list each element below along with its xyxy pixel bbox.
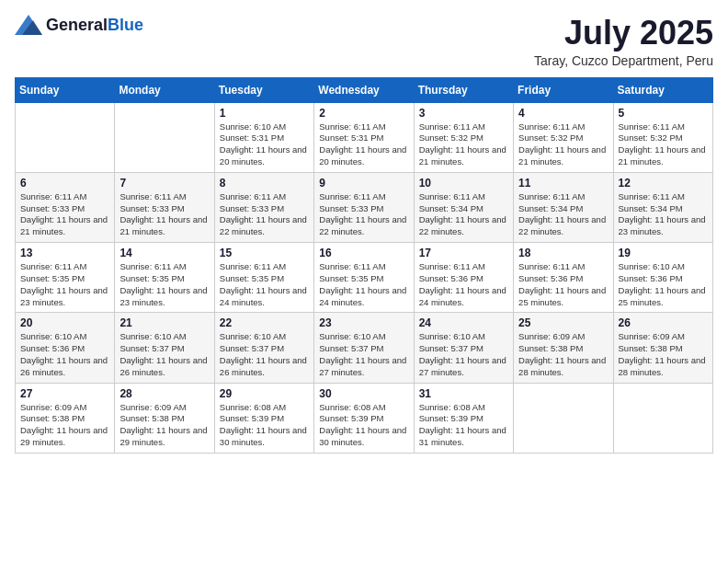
day-number: 9 (319, 177, 408, 190)
calendar-cell: 1Sunrise: 6:10 AM Sunset: 5:31 PM Daylig… (214, 102, 313, 172)
day-number: 20 (20, 316, 109, 329)
day-number: 22 (220, 316, 309, 329)
day-info: Sunrise: 6:10 AM Sunset: 5:37 PM Dayligh… (119, 331, 209, 378)
logo: GeneralBlue (15, 15, 143, 35)
day-info: Sunrise: 6:09 AM Sunset: 5:38 PM Dayligh… (619, 331, 708, 378)
calendar-cell (613, 383, 712, 453)
calendar-cell: 11Sunrise: 6:11 AM Sunset: 5:34 PM Dayli… (514, 172, 613, 242)
day-info: Sunrise: 6:09 AM Sunset: 5:38 PM Dayligh… (518, 331, 608, 378)
calendar-cell: 25Sunrise: 6:09 AM Sunset: 5:38 PM Dayli… (514, 313, 613, 383)
calendar-cell: 28Sunrise: 6:09 AM Sunset: 5:38 PM Dayli… (115, 383, 214, 453)
day-info: Sunrise: 6:11 AM Sunset: 5:33 PM Dayligh… (220, 191, 309, 238)
calendar-cell: 9Sunrise: 6:11 AM Sunset: 5:33 PM Daylig… (314, 172, 414, 242)
day-info: Sunrise: 6:10 AM Sunset: 5:37 PM Dayligh… (220, 331, 309, 378)
calendar-cell: 12Sunrise: 6:11 AM Sunset: 5:34 PM Dayli… (613, 172, 712, 242)
day-number: 6 (20, 177, 109, 190)
day-info: Sunrise: 6:11 AM Sunset: 5:34 PM Dayligh… (419, 191, 508, 238)
day-info: Sunrise: 6:11 AM Sunset: 5:34 PM Dayligh… (619, 191, 708, 238)
calendar-cell: 13Sunrise: 6:11 AM Sunset: 5:35 PM Dayli… (16, 243, 115, 313)
day-info: Sunrise: 6:10 AM Sunset: 5:36 PM Dayligh… (619, 261, 708, 308)
weekday-header-wednesday: Wednesday (314, 77, 414, 102)
week-row-2: 6Sunrise: 6:11 AM Sunset: 5:33 PM Daylig… (16, 172, 713, 242)
day-number: 5 (619, 107, 708, 120)
day-number: 13 (20, 247, 109, 259)
day-info: Sunrise: 6:11 AM Sunset: 5:32 PM Dayligh… (619, 121, 708, 168)
calendar-cell: 7Sunrise: 6:11 AM Sunset: 5:33 PM Daylig… (115, 172, 214, 242)
calendar-cell: 18Sunrise: 6:11 AM Sunset: 5:36 PM Dayli… (514, 243, 613, 313)
day-info: Sunrise: 6:11 AM Sunset: 5:35 PM Dayligh… (119, 261, 209, 308)
calendar-cell: 10Sunrise: 6:11 AM Sunset: 5:34 PM Dayli… (414, 172, 513, 242)
calendar-cell (514, 383, 613, 453)
weekday-header-friday: Friday (514, 77, 613, 102)
day-info: Sunrise: 6:11 AM Sunset: 5:33 PM Dayligh… (319, 191, 408, 238)
calendar-cell (115, 102, 214, 172)
weekday-header-tuesday: Tuesday (214, 77, 313, 102)
day-info: Sunrise: 6:09 AM Sunset: 5:38 PM Dayligh… (119, 402, 209, 449)
day-number: 11 (518, 177, 608, 190)
day-info: Sunrise: 6:11 AM Sunset: 5:31 PM Dayligh… (319, 121, 408, 168)
day-number: 16 (319, 247, 408, 259)
calendar-cell: 3Sunrise: 6:11 AM Sunset: 5:32 PM Daylig… (414, 102, 513, 172)
day-info: Sunrise: 6:10 AM Sunset: 5:37 PM Dayligh… (419, 331, 508, 378)
calendar-cell: 5Sunrise: 6:11 AM Sunset: 5:32 PM Daylig… (613, 102, 712, 172)
calendar-cell: 14Sunrise: 6:11 AM Sunset: 5:35 PM Dayli… (115, 243, 214, 313)
weekday-header-thursday: Thursday (414, 77, 513, 102)
day-info: Sunrise: 6:11 AM Sunset: 5:35 PM Dayligh… (220, 261, 309, 308)
day-info: Sunrise: 6:11 AM Sunset: 5:32 PM Dayligh… (419, 121, 508, 168)
calendar-cell: 27Sunrise: 6:09 AM Sunset: 5:38 PM Dayli… (16, 383, 115, 453)
day-info: Sunrise: 6:11 AM Sunset: 5:33 PM Dayligh… (20, 191, 109, 238)
calendar-cell: 29Sunrise: 6:08 AM Sunset: 5:39 PM Dayli… (214, 383, 313, 453)
calendar-cell: 17Sunrise: 6:11 AM Sunset: 5:36 PM Dayli… (414, 243, 513, 313)
calendar-cell: 15Sunrise: 6:11 AM Sunset: 5:35 PM Dayli… (214, 243, 313, 313)
calendar-cell: 22Sunrise: 6:10 AM Sunset: 5:37 PM Dayli… (214, 313, 313, 383)
day-number: 4 (518, 107, 608, 120)
month-title: July 2025 (534, 15, 713, 52)
weekday-header-saturday: Saturday (613, 77, 712, 102)
day-number: 29 (220, 387, 309, 400)
day-number: 23 (319, 316, 408, 329)
calendar-cell: 31Sunrise: 6:08 AM Sunset: 5:39 PM Dayli… (414, 383, 513, 453)
calendar-cell: 30Sunrise: 6:08 AM Sunset: 5:39 PM Dayli… (314, 383, 414, 453)
calendar-cell: 19Sunrise: 6:10 AM Sunset: 5:36 PM Dayli… (613, 243, 712, 313)
day-number: 19 (619, 247, 708, 259)
day-number: 31 (419, 387, 508, 400)
day-info: Sunrise: 6:11 AM Sunset: 5:34 PM Dayligh… (518, 191, 608, 238)
day-info: Sunrise: 6:11 AM Sunset: 5:35 PM Dayligh… (20, 261, 109, 308)
day-info: Sunrise: 6:11 AM Sunset: 5:32 PM Dayligh… (518, 121, 608, 168)
header: GeneralBlue July 2025 Taray, Cuzco Depar… (15, 15, 713, 68)
calendar-cell: 26Sunrise: 6:09 AM Sunset: 5:38 PM Dayli… (613, 313, 712, 383)
calendar-cell: 4Sunrise: 6:11 AM Sunset: 5:32 PM Daylig… (514, 102, 613, 172)
day-info: Sunrise: 6:09 AM Sunset: 5:38 PM Dayligh… (20, 402, 109, 449)
day-number: 30 (319, 387, 408, 400)
logo-icon (15, 15, 42, 35)
logo-text-blue: Blue (108, 16, 143, 34)
day-number: 25 (518, 316, 608, 329)
weekday-header-row: SundayMondayTuesdayWednesdayThursdayFrid… (16, 77, 713, 102)
calendar: SundayMondayTuesdayWednesdayThursdayFrid… (15, 77, 713, 454)
weekday-header-sunday: Sunday (16, 77, 115, 102)
week-row-3: 13Sunrise: 6:11 AM Sunset: 5:35 PM Dayli… (16, 243, 713, 313)
day-number: 12 (619, 177, 708, 190)
calendar-cell: 2Sunrise: 6:11 AM Sunset: 5:31 PM Daylig… (314, 102, 414, 172)
day-number: 2 (319, 107, 408, 120)
day-info: Sunrise: 6:08 AM Sunset: 5:39 PM Dayligh… (319, 402, 408, 449)
day-info: Sunrise: 6:08 AM Sunset: 5:39 PM Dayligh… (419, 402, 508, 449)
day-number: 1 (220, 107, 309, 120)
calendar-cell: 21Sunrise: 6:10 AM Sunset: 5:37 PM Dayli… (115, 313, 214, 383)
day-number: 14 (119, 247, 209, 259)
day-number: 15 (220, 247, 309, 259)
day-number: 26 (619, 316, 708, 329)
calendar-cell: 8Sunrise: 6:11 AM Sunset: 5:33 PM Daylig… (214, 172, 313, 242)
week-row-1: 1Sunrise: 6:10 AM Sunset: 5:31 PM Daylig… (16, 102, 713, 172)
calendar-cell: 24Sunrise: 6:10 AM Sunset: 5:37 PM Dayli… (414, 313, 513, 383)
day-number: 18 (518, 247, 608, 259)
day-number: 17 (419, 247, 508, 259)
day-info: Sunrise: 6:11 AM Sunset: 5:36 PM Dayligh… (518, 261, 608, 308)
calendar-cell: 16Sunrise: 6:11 AM Sunset: 5:35 PM Dayli… (314, 243, 414, 313)
location-title: Taray, Cuzco Department, Peru (534, 53, 713, 68)
day-number: 10 (419, 177, 508, 190)
day-info: Sunrise: 6:10 AM Sunset: 5:36 PM Dayligh… (20, 331, 109, 378)
day-number: 7 (119, 177, 209, 190)
title-area: July 2025 Taray, Cuzco Department, Peru (534, 15, 713, 68)
day-info: Sunrise: 6:11 AM Sunset: 5:35 PM Dayligh… (319, 261, 408, 308)
